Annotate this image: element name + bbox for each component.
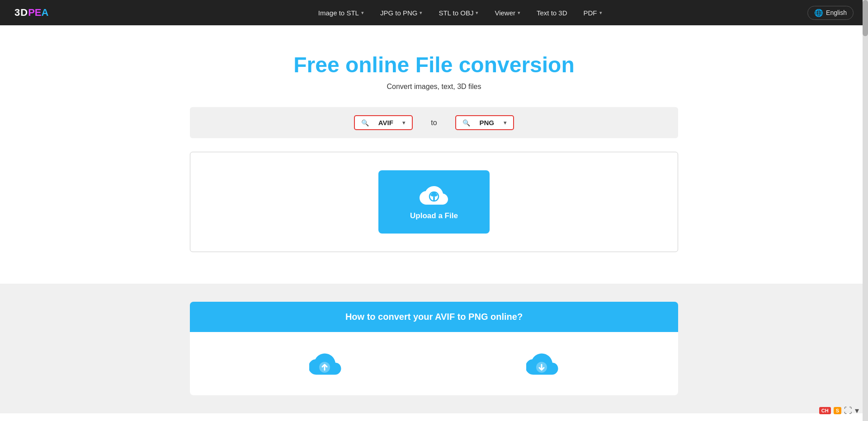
chevron-down-icon: ▾	[361, 10, 364, 16]
nav-item-stl-to-obj[interactable]: STL to OBJ ▾	[432, 5, 485, 20]
expand-icon[interactable]: ⛶	[844, 406, 852, 416]
hero-title: Free online File conversion	[9, 52, 859, 77]
chevron-down-icon: ▾	[420, 10, 422, 16]
more-icon[interactable]: ▾	[855, 406, 859, 416]
upload-button[interactable]: Upload a File	[378, 170, 490, 234]
how-step-1	[309, 350, 342, 377]
chevron-down-icon: ▾	[504, 119, 507, 126]
cloud-upload-icon	[420, 183, 448, 207]
nav-items: Image to STL ▾ JPG to PNG ▾ STL to OBJ ▾…	[66, 5, 854, 20]
upload-area: Upload a File	[190, 152, 678, 252]
converter-bar: 🔍 AVIF ▾ to 🔍 PNG ▾	[190, 107, 678, 138]
how-to-header: How to convert your AVIF to PNG online?	[190, 302, 678, 332]
logo[interactable]: 3D PE A	[14, 7, 48, 19]
chevron-down-icon: ▾	[402, 119, 406, 126]
nav-item-jpg-to-png[interactable]: JPG to PNG ▾	[374, 5, 429, 20]
ch-badge[interactable]: CH	[819, 407, 831, 414]
hero-section: Free online File conversion Convert imag…	[0, 25, 868, 266]
navbar: 3D PE A Image to STL ▾ JPG to PNG ▾ STL …	[0, 0, 868, 25]
nav-item-text-to-3d[interactable]: Text to 3D	[530, 5, 574, 20]
scrollbar[interactable]	[863, 0, 868, 421]
scrollbar-thumb[interactable]	[863, 0, 868, 36]
nav-item-pdf[interactable]: PDF ▾	[577, 5, 609, 20]
logo-pea-text: PE	[28, 7, 41, 19]
hero-subtitle: Convert images, text, 3D files	[9, 83, 859, 91]
upload-label: Upload a File	[410, 211, 458, 220]
to-format-label: PNG	[474, 119, 500, 126]
to-separator: to	[431, 119, 437, 127]
from-format-label: AVIF	[373, 119, 399, 126]
how-to-box: How to convert your AVIF to PNG online?	[190, 302, 678, 395]
chevron-down-icon: ▾	[599, 10, 602, 16]
globe-icon: 🌐	[814, 9, 823, 17]
cloud-download-step-icon	[526, 350, 559, 377]
how-to-body	[190, 332, 678, 395]
from-format-select[interactable]: 🔍 AVIF ▾	[354, 115, 413, 130]
nav-item-viewer[interactable]: Viewer ▾	[488, 5, 527, 20]
upload-icon-wrapper	[420, 183, 448, 207]
nav-item-image-to-stl[interactable]: Image to STL ▾	[312, 5, 370, 20]
how-to-title: How to convert your AVIF to PNG online?	[203, 312, 665, 322]
language-button[interactable]: 🌐 English	[807, 6, 854, 20]
search-icon: 🔍	[462, 119, 470, 126]
logo-a-text: A	[41, 7, 48, 19]
search-icon: 🔍	[361, 119, 369, 126]
cloud-upload-step-icon	[309, 350, 342, 377]
bottom-section: How to convert your AVIF to PNG online?	[0, 284, 868, 413]
chevron-down-icon: ▾	[476, 10, 478, 16]
logo-3d-text: 3D	[14, 7, 28, 19]
s-badge[interactable]: S	[834, 407, 841, 414]
to-format-select[interactable]: 🔍 PNG ▾	[455, 115, 514, 130]
how-step-2	[526, 350, 559, 377]
bottom-right-icons: CH S ⛶ ▾	[819, 406, 859, 416]
chevron-down-icon: ▾	[518, 10, 520, 16]
